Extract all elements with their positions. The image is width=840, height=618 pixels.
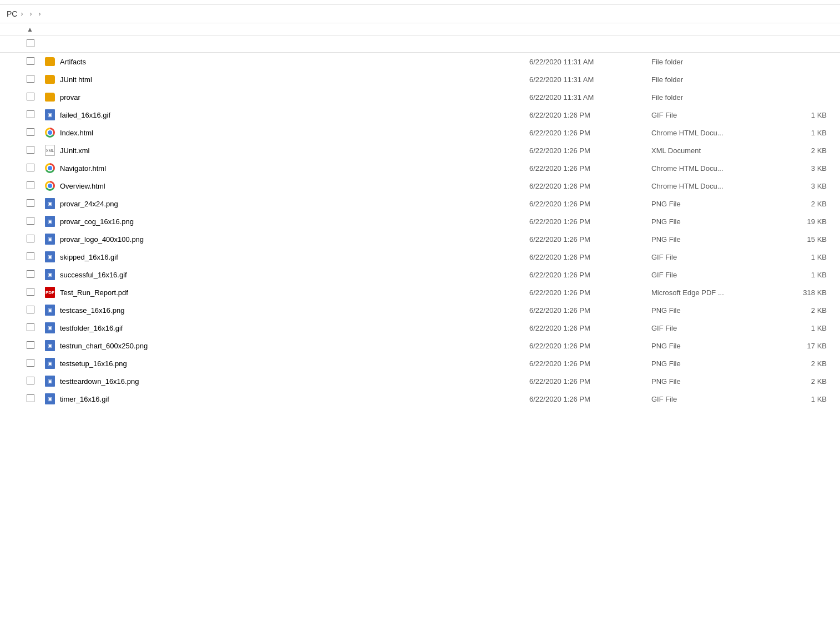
row-checkbox[interactable] (27, 217, 40, 226)
table-row[interactable]: ▣provar_logo_400x100.png6/22/2020 1:26 P… (0, 230, 840, 248)
file-date: 6/22/2020 1:26 PM (529, 111, 651, 119)
row-checkbox[interactable] (27, 75, 40, 84)
breadcrumb-dropdown[interactable] (824, 12, 833, 16)
row-checkbox[interactable] (27, 57, 40, 67)
file-name: Index.html (60, 129, 529, 137)
file-date: 6/22/2020 1:26 PM (529, 324, 651, 332)
table-row[interactable]: ▣skipped_16x16.gif6/22/2020 1:26 PMGIF F… (0, 248, 840, 266)
file-date: 6/22/2020 1:26 PM (529, 146, 651, 155)
table-row[interactable]: ▣testcase_16x16.png6/22/2020 1:26 PMPNG … (0, 301, 840, 319)
file-type: PNG File (651, 217, 773, 226)
file-icon: ▣ (44, 305, 55, 316)
column-headers (0, 36, 840, 53)
file-icon: ▣ (44, 234, 55, 245)
table-row[interactable]: ▣provar_24x24.png6/22/2020 1:26 PMPNG Fi… (0, 195, 840, 212)
table-row[interactable]: Overview.html6/22/2020 1:26 PMChrome HTM… (0, 177, 840, 195)
file-icon: ▣ (44, 322, 55, 333)
chrome-icon (44, 180, 55, 191)
folder-icon (44, 56, 55, 67)
file-icon: ▣ (44, 216, 55, 227)
file-date: 6/22/2020 1:26 PM (529, 288, 651, 297)
file-icon: ▣ (44, 198, 55, 209)
file-date: 6/22/2020 1:26 PM (529, 342, 651, 350)
file-size: 1 KB (773, 129, 840, 137)
table-row[interactable]: XMLJUnit.xml6/22/2020 1:26 PMXML Documen… (0, 141, 840, 159)
file-size: 1 KB (773, 395, 840, 403)
row-checkbox[interactable] (27, 270, 40, 280)
row-checkbox[interactable] (27, 323, 40, 333)
row-checkbox[interactable] (27, 377, 40, 386)
file-type: GIF File (651, 111, 773, 119)
file-name: skipped_16x16.gif (60, 253, 529, 261)
table-row[interactable]: PDFTest_Run_Report.pdf6/22/2020 1:26 PMM… (0, 283, 840, 301)
file-date: 6/22/2020 1:26 PM (529, 129, 651, 137)
file-type: File folder (651, 75, 773, 84)
file-date: 6/22/2020 1:26 PM (529, 235, 651, 244)
row-checkbox[interactable] (27, 146, 40, 155)
file-name: JUnit.xml (60, 146, 529, 155)
file-icon: ▣ (44, 251, 55, 262)
row-checkbox[interactable] (27, 181, 40, 191)
row-checkbox[interactable] (27, 252, 40, 262)
folder-icon (44, 74, 55, 85)
file-name: Navigator.html (60, 164, 529, 173)
row-checkbox[interactable] (27, 93, 40, 102)
row-checkbox[interactable] (27, 341, 40, 351)
file-date: 6/22/2020 1:26 PM (529, 377, 651, 386)
file-size: 1 KB (773, 324, 840, 332)
file-name: provar_cog_16x16.png (60, 217, 529, 226)
file-name: testsetup_16x16.png (60, 359, 529, 368)
table-row[interactable]: ▣provar_cog_16x16.png6/22/2020 1:26 PMPN… (0, 212, 840, 230)
table-row[interactable]: JUnit html6/22/2020 11:31 AMFile folder (0, 70, 840, 88)
table-row[interactable]: ▣failed_16x16.gif6/22/2020 1:26 PMGIF Fi… (0, 106, 840, 124)
file-name: provar_logo_400x100.png (60, 235, 529, 244)
file-date: 6/22/2020 1:26 PM (529, 395, 651, 403)
file-size: 2 KB (773, 200, 840, 208)
row-checkbox[interactable] (27, 306, 40, 315)
file-date: 6/22/2020 1:26 PM (529, 200, 651, 208)
table-row[interactable]: Navigator.html6/22/2020 1:26 PMChrome HT… (0, 159, 840, 177)
file-name: provar (60, 93, 529, 102)
file-name: Artifacts (60, 58, 529, 66)
folder-icon (44, 92, 55, 103)
table-row[interactable]: provar6/22/2020 11:31 AMFile folder (0, 88, 840, 106)
file-size: 3 KB (773, 182, 840, 190)
file-size: 3 KB (773, 164, 840, 173)
file-type: GIF File (651, 271, 773, 279)
file-type: PNG File (651, 342, 773, 350)
file-date: 6/22/2020 1:26 PM (529, 164, 651, 173)
file-type: File folder (651, 58, 773, 66)
row-checkbox[interactable] (27, 235, 40, 244)
xml-icon: XML (44, 145, 55, 156)
file-type: PNG File (651, 359, 773, 368)
file-name: Test_Run_Report.pdf (60, 288, 529, 297)
row-checkbox[interactable] (27, 110, 40, 120)
table-row[interactable]: Index.html6/22/2020 1:26 PMChrome HTML D… (0, 124, 840, 141)
row-checkbox[interactable] (27, 199, 40, 209)
table-row[interactable]: Artifacts6/22/2020 11:31 AMFile folder (0, 53, 840, 70)
sort-bar: ▲ (0, 23, 840, 36)
breadcrumb-pc[interactable]: PC (7, 9, 17, 18)
row-checkbox[interactable] (27, 288, 40, 297)
file-size: 1 KB (773, 271, 840, 279)
table-row[interactable]: ▣testsetup_16x16.png6/22/2020 1:26 PMPNG… (0, 354, 840, 372)
breadcrumb-sep-1: › (21, 10, 23, 18)
file-name: testteardown_16x16.png (60, 377, 529, 386)
pdf-icon: PDF (44, 287, 55, 298)
row-checkbox[interactable] (27, 128, 40, 138)
table-row[interactable]: ▣successful_16x16.gif6/22/2020 1:26 PMGI… (0, 266, 840, 283)
table-row[interactable]: ▣testteardown_16x16.png6/22/2020 1:26 PM… (0, 372, 840, 390)
row-checkbox[interactable] (27, 164, 40, 173)
chrome-icon (44, 127, 55, 138)
row-checkbox[interactable] (27, 359, 40, 368)
table-row[interactable]: ▣timer_16x16.gif6/22/2020 1:26 PMGIF Fil… (0, 390, 840, 408)
file-icon: ▣ (44, 269, 55, 280)
file-size: 2 KB (773, 306, 840, 315)
header-checkbox-box[interactable] (27, 39, 34, 47)
file-date: 6/22/2020 11:31 AM (529, 58, 651, 66)
table-row[interactable]: ▣testrun_chart_600x250.png6/22/2020 1:26… (0, 337, 840, 354)
file-size: 1 KB (773, 111, 840, 119)
table-row[interactable]: ▣testfolder_16x16.gif6/22/2020 1:26 PMGI… (0, 319, 840, 337)
file-name: successful_16x16.gif (60, 271, 529, 279)
row-checkbox[interactable] (27, 394, 40, 404)
